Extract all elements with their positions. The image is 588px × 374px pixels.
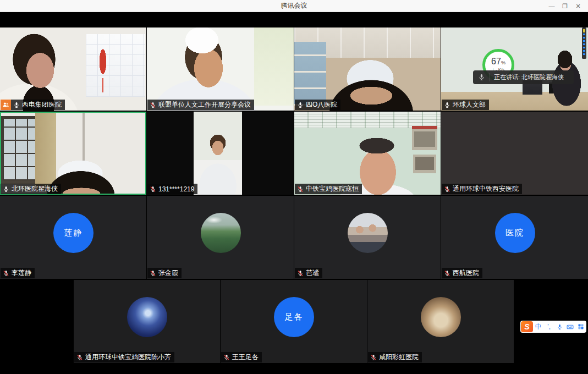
participant-nameplate: 咸阳彩虹医院 — [368, 352, 422, 362]
video-tile-beihuan-quhaixia[interactable]: 北环医院瞿海侠 — [0, 112, 146, 195]
video-tile-alliance-meeting[interactable]: 联盟单位人文工作开展分享会议 — [147, 28, 294, 111]
participant-nameplate: 王王足各 — [221, 352, 262, 362]
mic-muted-icon — [444, 186, 450, 193]
ime-toolbar[interactable]: S 中 ’, — [520, 321, 586, 333]
window-title: 腾讯会议 — [281, 1, 307, 10]
mic-muted-icon — [223, 354, 230, 361]
participant-nameplate: 131****1219 — [147, 184, 197, 194]
participant-nameplate: 李莲静 — [1, 268, 35, 278]
mic-muted-icon — [76, 354, 83, 361]
participant-name: 环球人文部 — [453, 100, 486, 109]
avatar: 足各 — [274, 297, 314, 337]
mic-on-icon — [473, 73, 490, 81]
sogou-logo-icon[interactable]: S — [521, 321, 533, 332]
participant-nameplate: 通用环球中铁宝鸡医院陈小芳 — [74, 352, 174, 362]
avatar-tile-bami[interactable]: 芭谧 — [294, 196, 441, 279]
mic-muted-icon — [444, 270, 450, 277]
avatar: 莲静 — [53, 213, 94, 253]
network-percent-unit: % — [501, 60, 505, 65]
avatar-initials: 足各 — [285, 312, 304, 322]
mic-on-icon — [13, 102, 20, 108]
ime-toolbox-icon[interactable] — [576, 321, 586, 333]
ime-punctuation-toggle[interactable]: ’, — [543, 321, 554, 333]
window-controls: — ❐ ✕ — [545, 0, 585, 12]
participant-nameplate: 北环医院瞿海侠 — [1, 184, 61, 194]
avatar-photo — [348, 213, 388, 253]
video-tile-zhongtie-baoji-kouheng[interactable]: 中铁宝鸡医院寇恒 — [294, 112, 441, 195]
participant-name: 李莲静 — [12, 268, 31, 278]
mic-muted-icon — [150, 102, 156, 108]
grid-scrollbar[interactable] — [582, 28, 586, 59]
title-bar: 腾讯会议 — ❐ ✕ — [0, 0, 588, 12]
mic-muted-icon — [370, 354, 377, 361]
avatar-photo — [127, 297, 167, 337]
speaking-banner-text: 正在讲话: 北环医院瞿海侠 — [490, 73, 574, 81]
participant-name: 西航医院 — [453, 268, 479, 278]
mic-muted-icon — [3, 270, 9, 277]
avatar-tile-lilianjing[interactable]: 莲静 李莲静 — [0, 196, 146, 279]
video-tile-xidian-group-hospital[interactable]: 西电集团医院 — [0, 28, 146, 111]
participant-name: 四O八医院 — [306, 100, 337, 109]
avatar-initials: 莲静 — [64, 228, 83, 238]
mic-muted-icon — [150, 270, 156, 277]
avatar-tile-wangwangzuge[interactable]: 足各 王王足各 — [221, 280, 367, 363]
avatar-photo — [421, 297, 461, 337]
video-tile-tongyong-xian-hospital[interactable]: 通用环球中铁西安医院 — [441, 112, 588, 195]
participant-nameplate: 西电集团医院 — [1, 100, 65, 110]
participant-name: 王王足各 — [232, 353, 259, 362]
speaking-banner: 正在讲话: 北环医院瞿海侠 — [473, 70, 574, 84]
participant-name: 通用环球中铁宝鸡医院陈小芳 — [85, 353, 171, 362]
mic-on-icon — [297, 102, 304, 108]
network-percent: 67 — [491, 57, 501, 66]
avatar-initials: 医院 — [505, 228, 524, 238]
mic-on-icon — [3, 186, 9, 193]
minimize-button[interactable]: — — [545, 0, 558, 12]
participant-name: 联盟单位人文工作开展分享会议 — [158, 100, 251, 109]
participant-nameplate: 中铁宝鸡医院寇恒 — [295, 184, 362, 194]
participant-name: 芭谧 — [306, 268, 319, 278]
meeting-stage: 西电集团医院 联盟单位人文工作开展分享会议 四O八医院 — [0, 12, 588, 374]
participant-name: 中铁宝鸡医院寇恒 — [306, 184, 359, 194]
participant-name: 通用环球中铁西安医院 — [453, 184, 519, 194]
participant-name: 咸阳彩虹医院 — [379, 353, 419, 362]
video-tile-131-1219[interactable]: 131****1219 — [147, 112, 294, 195]
video-tile-408-hospital[interactable]: 四O八医院 — [294, 28, 441, 111]
participant-nameplate: 西航医院 — [442, 268, 482, 278]
video-tile-huanqiu-renwenbu[interactable]: 环球人文部 — [441, 28, 588, 111]
participant-name: 131****1219 — [158, 185, 194, 193]
mic-muted-icon — [297, 270, 304, 277]
avatar-tile-chenxiaofang[interactable]: 通用环球中铁宝鸡医院陈小芳 — [74, 280, 220, 363]
participant-nameplate: 四O八医院 — [295, 100, 340, 110]
participant-nameplate: 环球人文部 — [442, 100, 489, 110]
close-button[interactable]: ✕ — [571, 0, 585, 12]
participant-nameplate: 张金霞 — [147, 268, 182, 278]
ime-keyboard-icon[interactable] — [565, 321, 575, 333]
maximize-button[interactable]: ❐ — [558, 0, 571, 12]
avatar-tile-xihang-hospital[interactable]: 医院 西航医院 — [441, 196, 588, 279]
ime-mic-icon[interactable] — [554, 321, 565, 333]
participant-nameplate: 通用环球中铁西安医院 — [442, 184, 522, 194]
mic-on-icon — [444, 102, 450, 108]
participant-nameplate: 芭谧 — [295, 268, 322, 278]
participant-name: 西电集团医院 — [22, 100, 62, 109]
participant-name: 张金霞 — [158, 268, 178, 278]
mic-muted-icon — [297, 186, 304, 193]
avatar: 医院 — [495, 213, 535, 253]
participant-nameplate: 联盟单位人文工作开展分享会议 — [147, 100, 254, 110]
scrollbar-marks — [583, 29, 585, 57]
mic-muted-icon — [150, 186, 156, 193]
avatar-tile-zhangjinxia[interactable]: 张金霞 — [147, 196, 294, 279]
host-badge-icon — [1, 100, 11, 110]
participant-name: 北环医院瞿海侠 — [12, 184, 58, 194]
avatar-photo — [201, 213, 241, 253]
ime-language-toggle[interactable]: 中 — [533, 321, 543, 333]
avatar-tile-xianyang-caihong-hospital[interactable]: 咸阳彩虹医院 — [367, 280, 514, 363]
